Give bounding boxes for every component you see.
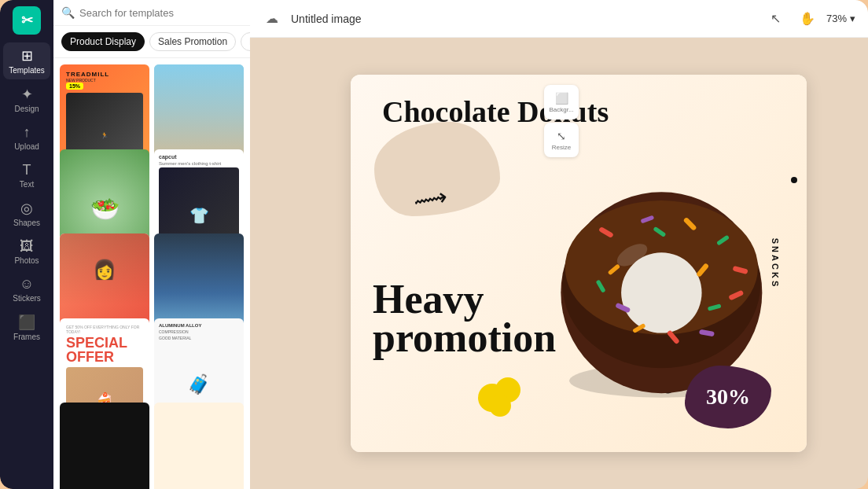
- search-bar: 🔍: [53, 0, 250, 26]
- shapes-icon: ◎: [20, 200, 33, 217]
- sidebar-label-design: Design: [14, 105, 39, 113]
- filter-product-display[interactable]: Product Display: [61, 32, 145, 51]
- sidebar-label-templates: Templates: [9, 66, 45, 75]
- templates-panel: 🔍 Product Display Sales Promotion B... T…: [53, 0, 250, 489]
- background-icon: ⬜: [555, 92, 568, 105]
- sidebar-item-stickers[interactable]: ☺ Stickers: [3, 271, 50, 307]
- frames-icon: ⬛: [18, 314, 35, 331]
- design-canvas: Chocolate Donuts ⟿ Heavy promotion SNACK…: [351, 75, 807, 452]
- sidebar-item-design[interactable]: ✦ Design: [3, 81, 50, 118]
- sidebar-label-stickers: Stickers: [13, 294, 41, 303]
- design-icon: ✦: [21, 86, 33, 103]
- upload-icon: ↑: [24, 124, 31, 141]
- promo-text-block: Heavy promotion: [373, 200, 556, 436]
- sidebar-label-frames: Frames: [13, 333, 40, 341]
- sidebar-label-text: Text: [20, 180, 34, 189]
- resize-tool-button[interactable]: ⤡ Resize: [544, 123, 579, 157]
- promo-heavy: Heavy: [373, 280, 556, 318]
- select-tool-button[interactable]: ↖: [763, 6, 789, 31]
- tcard-subtitle: Summer men's clothing t-shirt: [159, 161, 239, 166]
- zoom-control[interactable]: 73% ▾: [826, 13, 855, 24]
- sidebar-label-photos: Photos: [14, 256, 39, 265]
- text-icon: T: [23, 162, 31, 178]
- canvas-wrapper: ⬜ Backgr... ⤡ Resize Chocolate Donuts ⟿: [250, 38, 868, 489]
- top-bar: ☁ Untitled image ↖ ✋ 73% ▾: [250, 0, 868, 38]
- app-logo: ✂: [13, 6, 41, 35]
- sidebar-label-shapes: Shapes: [13, 219, 40, 227]
- logo-icon: ✂: [21, 12, 33, 29]
- search-icon: 🔍: [61, 6, 75, 19]
- sidebar-item-templates[interactable]: ⊞ Templates: [3, 42, 50, 79]
- canvas-area: ☁ Untitled image ↖ ✋ 73% ▾ ⬜ Backgr...: [250, 0, 868, 489]
- background-label: Backgr...: [549, 106, 573, 113]
- stickers-icon: ☺: [20, 276, 34, 292]
- svg-point-2: [489, 395, 511, 417]
- arrow-decoration: ⟿: [411, 182, 449, 215]
- document-title: Untitled image: [291, 13, 754, 25]
- promo-promotion: promotion: [373, 318, 556, 357]
- filter-more[interactable]: B...: [241, 32, 250, 51]
- canvas-main-title: Chocolate Donuts: [382, 97, 791, 128]
- filter-tags: Product Display Sales Promotion B...: [53, 26, 250, 58]
- special-sub: GET 50% OFF EVERYTHING ONLY FOR TODAY!: [66, 325, 143, 334]
- icon-sidebar: ✂ ⊞ Templates ✦ Design ↑ Upload T Text ◎…: [0, 0, 53, 489]
- zoom-value: 73%: [826, 13, 847, 24]
- templates-grid: TREADMILL NEW PRODUCT 15% 🏃 Book your dr…: [53, 58, 250, 489]
- svg-point-8: [621, 252, 701, 333]
- filter-sales-promotion[interactable]: Sales Promotion: [149, 32, 236, 51]
- special-title: SPECIAL OFFER: [66, 336, 143, 364]
- floating-tools: ⬜ Backgr... ⤡ Resize: [544, 85, 579, 157]
- zoom-chevron-icon: ▾: [850, 13, 855, 24]
- sidebar-item-frames[interactable]: ⬛ Frames: [3, 309, 50, 346]
- resize-label: Resize: [552, 144, 571, 151]
- templates-icon: ⊞: [21, 47, 33, 64]
- snacks-dot: [791, 177, 797, 183]
- tcard-badge: 15%: [66, 83, 83, 90]
- template-jewelry[interactable]: CapCut JEWELRY: [60, 403, 149, 489]
- search-input[interactable]: [79, 7, 242, 19]
- flower-decoration: [473, 370, 528, 425]
- document-icon: ☁: [263, 9, 281, 28]
- tcard-brand: capcut: [159, 154, 239, 160]
- tcard-title: TREADMILL: [66, 71, 143, 78]
- resize-icon: ⤡: [557, 130, 566, 142]
- photos-icon: 🖼: [20, 238, 34, 255]
- sidebar-label-upload: Upload: [14, 142, 39, 151]
- toolbar: ↖ ✋ 73% ▾: [763, 6, 855, 31]
- background-tool-button[interactable]: ⬜ Backgr...: [544, 85, 579, 119]
- percent-text: 30%: [706, 384, 750, 410]
- hand-tool-button[interactable]: ✋: [795, 6, 820, 31]
- sidebar-item-upload[interactable]: ↑ Upload: [3, 119, 50, 156]
- sidebar-item-text[interactable]: T Text: [3, 157, 50, 193]
- template-donut[interactable]: Chocolate Donuts 🍩: [154, 403, 244, 489]
- sidebar-item-shapes[interactable]: ◎ Shapes: [3, 195, 50, 232]
- sidebar-item-photos[interactable]: 🖼 Photos: [3, 233, 50, 270]
